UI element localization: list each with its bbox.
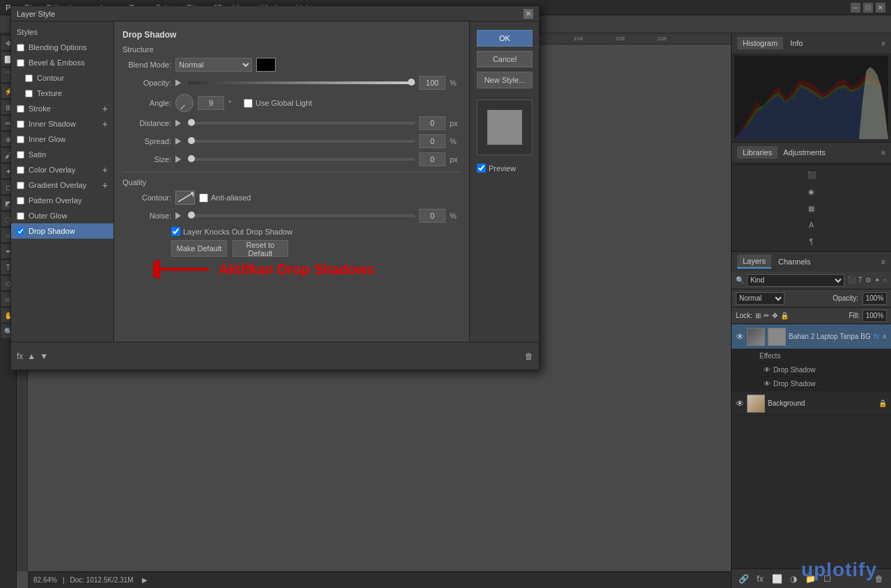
inner-shadow-checkbox[interactable] (17, 120, 24, 128)
preview-checkbox-row: Preview (477, 164, 532, 173)
down-arrow-button[interactable]: ▼ (40, 351, 48, 361)
preview-checkbox[interactable] (477, 164, 486, 173)
layer-knocks-checkbox[interactable] (171, 227, 180, 236)
make-default-button[interactable]: Make Default (171, 240, 227, 257)
distance-thumb[interactable] (188, 119, 195, 126)
size-arrow[interactable] (175, 156, 184, 163)
style-item-styles[interactable]: Styles (11, 24, 113, 40)
default-buttons-row: Make Default Reset to Default (171, 240, 461, 257)
anti-aliased-checkbox[interactable] (199, 193, 208, 202)
noise-unit: % (450, 212, 461, 220)
stroke-label: Stroke (29, 104, 51, 113)
distance-arrow[interactable] (175, 120, 184, 127)
angle-row: Angle: ° Use Global Light (123, 94, 461, 112)
spread-slider[interactable] (188, 140, 415, 143)
size-slider[interactable] (188, 158, 415, 161)
reset-default-button[interactable]: Reset to Default (232, 240, 288, 257)
style-item-outer-glow[interactable]: Outer Glow (11, 208, 113, 223)
style-item-satin[interactable]: Satin (11, 147, 113, 162)
stroke-add-icon[interactable]: + (102, 103, 108, 114)
opacity-slider-track[interactable] (188, 81, 415, 84)
style-item-color-overlay[interactable]: Color Overlay + (11, 162, 113, 177)
delete-footer-button[interactable]: 🗑 (525, 351, 533, 361)
style-item-inner-glow[interactable]: Inner Glow (11, 132, 113, 147)
anti-aliased-label: Anti-aliased (211, 193, 251, 202)
contour-checkbox[interactable] (25, 74, 33, 82)
style-item-inner-shadow[interactable]: Inner Shadow + (11, 116, 113, 132)
drop-shadow-title: Drop Shadow (123, 30, 461, 40)
preview-box (487, 110, 522, 145)
style-item-contour[interactable]: Contour (11, 70, 113, 86)
dialog-main-content: Drop Shadow Structure Blend Mode: Normal… (114, 22, 469, 342)
texture-label: Texture (37, 89, 62, 97)
distance-input[interactable] (419, 116, 446, 130)
layer-style-dialog: Layer Style ✕ Styles Blending Options (10, 6, 539, 370)
pattern-overlay-checkbox[interactable] (17, 197, 24, 205)
inner-glow-checkbox[interactable] (17, 136, 24, 143)
layer-knocks-label: Layer Knocks Out Drop Shadow (171, 227, 292, 236)
new-style-button[interactable]: New Style... (477, 72, 533, 88)
fx-footer-button[interactable]: fx (17, 351, 23, 361)
blending-checkbox[interactable] (17, 44, 24, 51)
contour-preview[interactable] (175, 191, 195, 205)
spread-row: Spread: % (123, 134, 461, 148)
blend-mode-dropdown[interactable]: Normal (175, 58, 252, 72)
opacity-slider-arrow[interactable] (175, 79, 184, 86)
dialog-close-button[interactable]: ✕ (523, 9, 533, 19)
spread-row-label: Spread: (123, 137, 171, 145)
preview-area (477, 100, 533, 155)
opacity-value-input[interactable] (419, 76, 446, 90)
spread-arrow[interactable] (175, 138, 184, 145)
styles-label: Styles (17, 28, 38, 36)
use-global-light-checkbox[interactable] (244, 99, 253, 108)
inner-shadow-add-icon[interactable]: + (102, 118, 108, 129)
blend-mode-label: Blend Mode: (123, 61, 171, 69)
style-item-gradient-overlay[interactable]: Gradient Overlay + (11, 177, 113, 193)
angle-value-input[interactable] (198, 96, 224, 110)
style-item-texture[interactable]: Texture (11, 86, 113, 101)
opacity-unit: % (450, 79, 461, 87)
style-item-bevel[interactable]: Bevel & Emboss (11, 55, 113, 70)
shadow-color-swatch[interactable] (256, 58, 276, 72)
noise-arrow[interactable] (175, 212, 184, 219)
gradient-overlay-label: Gradient Overlay (29, 181, 86, 189)
ok-button[interactable]: OK (477, 30, 533, 47)
dialog-body: Styles Blending Options Bevel & Emboss (11, 22, 539, 342)
spread-thumb[interactable] (188, 137, 195, 144)
size-input[interactable] (419, 152, 446, 166)
outer-glow-checkbox[interactable] (17, 212, 24, 220)
size-row-label: Size: (123, 155, 171, 164)
blending-label: Blending Options (29, 43, 87, 51)
preview-label: Preview (489, 164, 516, 173)
up-arrow-button[interactable]: ▲ (27, 351, 36, 361)
gradient-overlay-add-icon[interactable]: + (102, 180, 108, 191)
style-item-drop-shadow[interactable]: Drop Shadow (11, 223, 113, 239)
opacity-slider-thumb[interactable] (408, 79, 415, 86)
spread-input[interactable] (419, 134, 446, 148)
distance-slider[interactable] (188, 122, 415, 125)
color-overlay-add-icon[interactable]: + (102, 164, 108, 175)
size-thumb[interactable] (188, 155, 195, 162)
style-item-pattern-overlay[interactable]: Pattern Overlay (11, 193, 113, 208)
layer-knocks-row: Layer Knocks Out Drop Shadow (171, 227, 461, 236)
style-item-stroke[interactable]: Stroke + (11, 101, 113, 116)
opacity-row: Opacity: % (123, 76, 461, 90)
texture-checkbox[interactable] (25, 90, 33, 97)
gradient-overlay-checkbox[interactable] (17, 182, 24, 189)
style-item-blending[interactable]: Blending Options (11, 40, 113, 55)
contour-curve (177, 192, 194, 203)
cancel-button[interactable]: Cancel (477, 51, 533, 67)
drop-shadow-label: Drop Shadow (29, 227, 75, 235)
dialog-titlebar: Layer Style ✕ (11, 6, 539, 22)
noise-slider[interactable] (188, 214, 415, 217)
noise-input[interactable] (419, 209, 446, 223)
distance-unit: px (450, 119, 461, 127)
drop-shadow-checkbox[interactable] (17, 228, 24, 235)
angle-dial[interactable] (175, 94, 194, 112)
stroke-checkbox[interactable] (17, 105, 24, 113)
satin-checkbox[interactable] (17, 151, 24, 159)
noise-thumb[interactable] (188, 212, 195, 218)
color-overlay-checkbox[interactable] (17, 166, 24, 174)
bevel-checkbox[interactable] (17, 59, 24, 67)
bevel-label: Bevel & Emboss (29, 58, 85, 67)
